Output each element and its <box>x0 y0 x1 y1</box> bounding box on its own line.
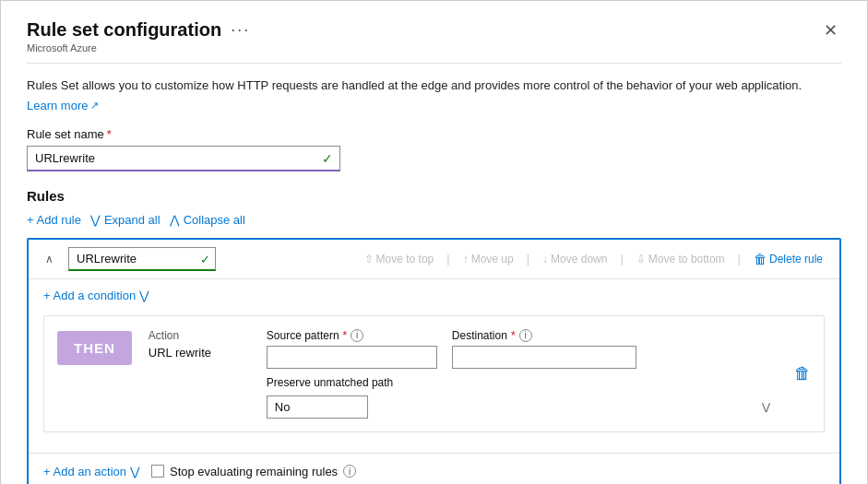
move-to-bottom-button[interactable]: ⇩ Move to bottom <box>631 251 731 267</box>
sep3: | <box>620 252 623 266</box>
add-condition-button[interactable]: + Add a condition ⋁ <box>43 289 149 302</box>
rule-name-input[interactable] <box>68 247 216 271</box>
stop-evaluating-checkbox[interactable] <box>151 465 164 478</box>
move-to-top-button[interactable]: ⇧ Move to top <box>359 251 440 267</box>
external-link-icon: ↗ <box>90 100 99 112</box>
destination-group: Destination * i <box>452 329 636 369</box>
source-pattern-input[interactable] <box>267 346 437 369</box>
move-to-top-label: Move to top <box>376 253 434 266</box>
move-down-label: Move down <box>551 253 607 266</box>
preserve-label: Preserve unmatched path <box>267 376 778 389</box>
rule-name-wrapper: ✓ <box>68 247 216 271</box>
action-label: Action <box>149 329 250 342</box>
rule-body: + Add a condition ⋁ THEN Action URL rewr… <box>29 279 839 443</box>
destination-info-icon[interactable]: i <box>519 329 532 342</box>
move-down-button[interactable]: ↓ Move down <box>537 251 612 267</box>
rule-footer: + Add an action ⋁ Stop evaluating remain… <box>29 453 839 485</box>
delete-rule-icon: 🗑 <box>754 252 767 266</box>
dialog-title-row: Rule set configuration ··· <box>27 19 250 41</box>
move-to-bottom-icon: ⇩ <box>636 253 646 266</box>
preserve-select[interactable]: No Yes <box>267 395 368 419</box>
field-label-text: Rule set name <box>27 127 104 141</box>
then-content: Action URL rewrite <box>149 329 250 360</box>
rules-section-label: Rules <box>27 188 841 204</box>
description-text: Rules Set allows you to customize how HT… <box>27 77 841 95</box>
dialog-more-button[interactable]: ··· <box>231 20 250 40</box>
rule-actions-row: ⇧ Move to top | ↑ Move up | ↓ Move down … <box>359 250 828 268</box>
collapse-all-button[interactable]: ⋀ Collapse all <box>170 211 255 229</box>
dialog-subtitle: Microsoft Azure <box>27 42 841 53</box>
learn-more-label: Learn more <box>27 99 88 112</box>
collapse-rule-button[interactable]: ∧ <box>40 251 59 267</box>
preserve-unmatched-group: Preserve unmatched path No Yes ⋁ <box>267 376 778 419</box>
rule-set-name-check-icon: ✓ <box>322 151 333 166</box>
add-condition-row: + Add a condition ⋁ <box>43 289 825 302</box>
learn-more-link[interactable]: Learn more ↗ <box>27 99 99 112</box>
expand-all-chevron: ⋁ <box>90 213 101 227</box>
delete-action-button[interactable]: 🗑 <box>794 364 811 384</box>
add-action-button[interactable]: + Add an action ⋁ <box>43 465 140 478</box>
then-section: THEN Action URL rewrite Source pattern *… <box>43 315 825 432</box>
source-info-icon[interactable]: i <box>351 329 363 342</box>
header-divider <box>27 63 841 64</box>
action-value: URL rewrite <box>149 346 250 360</box>
expand-all-button[interactable]: ⋁ Expand all <box>90 211 170 229</box>
rule-set-name-label: Rule set name * <box>27 127 841 141</box>
delete-action-icon: 🗑 <box>794 364 811 383</box>
rule-set-configuration-dialog: Rule set configuration ··· ✕ Microsoft A… <box>0 0 868 484</box>
move-up-icon: ↑ <box>463 253 469 266</box>
then-badge: THEN <box>57 331 132 365</box>
rule-box: ∧ ✓ ⇧ Move to top | ↑ Move up | ↓ <box>27 238 841 485</box>
then-fields: Source pattern * i Destination * i <box>267 329 778 419</box>
rules-toolbar: + Add rule ⋁ Expand all ⋀ Collapse all <box>27 211 841 229</box>
source-pattern-label: Source pattern <box>267 329 339 342</box>
add-action-chevron: ⋁ <box>130 465 140 478</box>
stop-evaluating-label: Stop evaluating remaining rules i <box>151 465 356 478</box>
rule-set-name-input[interactable] <box>27 146 340 171</box>
delete-rule-label: Delete rule <box>769 253 823 266</box>
move-up-label: Move up <box>471 253 514 266</box>
add-condition-label: + Add a condition <box>43 289 136 302</box>
select-chevron-icon: ⋁ <box>762 401 770 413</box>
source-required: * <box>343 329 348 342</box>
required-indicator: * <box>107 127 112 141</box>
move-to-top-icon: ⇧ <box>364 253 374 266</box>
fields-row: Source pattern * i Destination * i <box>267 329 778 369</box>
move-to-bottom-label: Move to bottom <box>648 253 725 266</box>
source-pattern-label-row: Source pattern * i <box>267 329 437 342</box>
sep2: | <box>527 252 529 266</box>
stop-evaluating-info-icon[interactable]: i <box>343 465 356 478</box>
source-pattern-group: Source pattern * i <box>267 329 437 369</box>
collapse-icon: ∧ <box>45 253 54 266</box>
add-rule-button[interactable]: + Add rule <box>27 211 90 229</box>
rule-name-check-icon: ✓ <box>200 252 210 266</box>
rule-set-name-wrapper: ✓ <box>27 146 340 171</box>
destination-label-row: Destination * i <box>452 329 636 342</box>
preserve-select-wrapper: No Yes ⋁ <box>267 395 778 419</box>
collapse-all-label: Collapse all <box>184 213 245 227</box>
move-up-button[interactable]: ↑ Move up <box>458 251 519 267</box>
destination-label: Destination <box>452 329 507 342</box>
stop-evaluating-text: Stop evaluating remaining rules <box>170 465 338 478</box>
dialog-title: Rule set configuration <box>27 19 221 41</box>
collapse-all-chevron: ⋀ <box>170 213 180 227</box>
dest-required: * <box>511 329 516 342</box>
add-condition-chevron: ⋁ <box>139 289 149 302</box>
rule-header: ∧ ✓ ⇧ Move to top | ↑ Move up | ↓ <box>29 240 839 279</box>
destination-input[interactable] <box>452 346 636 369</box>
close-button[interactable]: ✕ <box>820 20 841 41</box>
expand-all-label: Expand all <box>104 213 161 227</box>
dialog-header: Rule set configuration ··· ✕ <box>27 19 841 41</box>
add-action-label: + Add an action <box>43 465 126 478</box>
move-down-icon: ↓ <box>542 253 548 266</box>
delete-rule-button[interactable]: 🗑 Delete rule <box>748 250 828 268</box>
sep4: | <box>738 252 741 266</box>
sep1: | <box>446 252 449 266</box>
